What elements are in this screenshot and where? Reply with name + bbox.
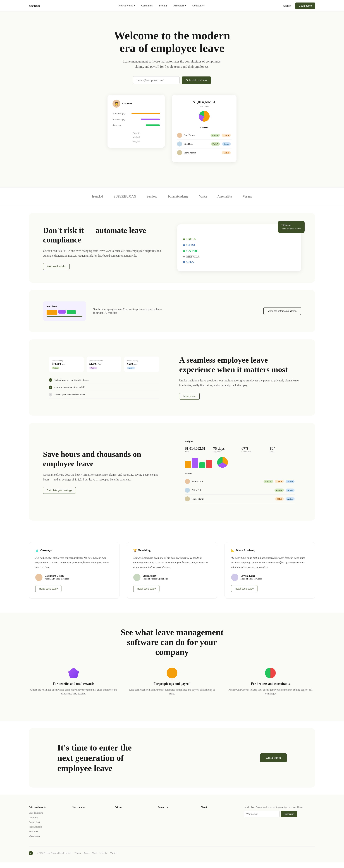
footer-col-title: About <box>201 806 236 809</box>
footer-newsletter: Hundreds of People leaders are getting o… <box>243 806 315 839</box>
logo[interactable]: cocoon <box>29 3 40 8</box>
footer-trust-link[interactable]: Trust <box>92 852 97 855</box>
check-icon-done: ✓ <box>49 385 52 389</box>
footer-link[interactable]: State-level data <box>29 811 64 814</box>
compliance-visual: Hi Kayla, Here are your claims FMLA CFRA… <box>177 224 301 271</box>
use-case-people-ops: For people ops and payroll Lead each wee… <box>127 668 217 696</box>
hero-illustration: 👩 Lila Dose Employer pay Insurance pay S… <box>29 95 315 162</box>
bar <box>67 310 76 314</box>
law-bubbles: FMLA CFRA CA PDL MEFMLA GPLA <box>183 230 295 264</box>
logo-ironclad: Ironclad <box>92 195 103 198</box>
logo-vanta: Vanta <box>199 195 207 198</box>
sun-icon <box>167 668 177 678</box>
chevron-icon: ▾ <box>134 5 135 7</box>
person-name: 👩 Lila Dose <box>113 100 160 107</box>
stat-pct: 67% Claims filed <box>241 446 267 453</box>
logo-arsenalbio: ArsenalBio <box>218 195 232 198</box>
nav-item-pricing[interactable]: Pricing <box>159 4 167 7</box>
calculate-savings-button[interactable]: Calculate your savings <box>43 487 76 494</box>
testimonials-grid: 🧴 Curology I've had several employees ex… <box>29 542 315 599</box>
compliance-section: Don't risk it — automate leave complianc… <box>29 213 315 283</box>
logo-sendoso: Sendoso <box>147 195 157 198</box>
checklist-item: ✓ Confirm the arrival of your child <box>49 384 159 391</box>
testimonial-quote: We don't have to do last minute research… <box>231 556 309 569</box>
footer-link[interactable]: California <box>29 816 64 819</box>
testimonial-card-curology: 🧴 Curology I've had several employees ex… <box>29 542 119 599</box>
newsletter-heading: Hundreds of People leaders are getting o… <box>243 806 315 809</box>
footer-link[interactable]: Massachusetts <box>29 826 64 828</box>
footer-col-how: How it works <box>71 806 108 839</box>
nav-item-customers[interactable]: Customers <box>141 4 153 7</box>
testimonial-person: Crystal Kung Head of Total Rewards <box>231 574 309 581</box>
logo-superhuman: SUPERHUMAN <box>114 195 136 198</box>
hero-left-card: 👩 Lila Dose Employer pay Insurance pay S… <box>108 95 165 148</box>
person-avatar <box>231 574 238 581</box>
get-demo-button[interactable]: Get a demo <box>295 2 315 9</box>
footer-linkedin-link[interactable]: LinkedIn <box>99 852 107 855</box>
use-cases-section: See what leave management software can d… <box>0 613 344 721</box>
footer-col-title: Resources <box>158 806 194 809</box>
company-name: 🧴 Curology <box>35 549 113 552</box>
stat-days: 75 days Avg days <box>213 446 239 453</box>
law-capdl: CA PDL <box>183 249 295 253</box>
read-case-study-button[interactable]: Read case study <box>35 585 61 592</box>
amount-label: Total claims <box>177 105 231 107</box>
testimonials-section: 🧴 Curology I've had several employees ex… <box>0 528 344 613</box>
nav-item-company[interactable]: Company ▾ <box>193 4 204 7</box>
leavees-list: Sara Brown FMLA CFRA Lila Dose FMLA Acti… <box>177 131 231 157</box>
save-text: Save hours and thousands on employee lea… <box>43 450 165 494</box>
hero-heading: Welcome to the modern era of employee le… <box>109 29 235 55</box>
footer: Paid benchmarks State-level data Califor… <box>0 795 344 863</box>
navigation: cocoon How it works ▾ Customers Pricing … <box>0 0 344 11</box>
list-item: Alicia Ali FMLA Active <box>185 486 295 495</box>
footer-terms-link[interactable]: Terms <box>84 852 89 855</box>
save-body: Cocoon's software does the heavy lifting… <box>43 472 165 482</box>
nav-item-resources[interactable]: Resources ▾ <box>173 4 186 7</box>
subscribe-button[interactable]: Subscribe <box>281 811 297 817</box>
schedule-demo-button[interactable]: Schedule a demo <box>182 76 211 84</box>
signin-button[interactable]: Sign in <box>283 4 291 7</box>
pay-card-state: State disability $10,000 /mo Active <box>49 356 84 372</box>
read-case-study-button[interactable]: Read case study <box>231 585 257 592</box>
see-how-button[interactable]: See how it works <box>43 263 69 270</box>
read-case-study-button[interactable]: Read case study <box>133 585 160 592</box>
view-demo-button[interactable]: View the interactive demo <box>263 307 301 315</box>
newsletter-input[interactable] <box>243 811 280 817</box>
testimonial-person: Cassandra Collen Assoc. Dir, Total Rewar… <box>35 574 113 581</box>
nav-item-how-it-works[interactable]: How it works ▾ <box>118 4 135 7</box>
footer-col-pricing: Pricing <box>115 806 150 839</box>
footer-link[interactable]: Washington <box>29 835 64 838</box>
footer-link[interactable]: Connecticut <box>29 821 64 824</box>
footer-col-title: Paid benchmarks <box>29 806 64 809</box>
get-demo-cta-button[interactable]: Get a demo <box>260 753 287 762</box>
avatar <box>177 142 182 147</box>
check-icon-done: ✓ <box>49 378 52 382</box>
leaves-label: Leaves <box>185 472 295 475</box>
footer-link[interactable]: New York <box>29 830 64 833</box>
use-case-brokers: For brokers and consultants Partner with… <box>226 668 315 696</box>
save-layout: Save hours and thousands on employee lea… <box>43 434 301 509</box>
bar-chart <box>185 457 295 468</box>
footer-twitter-link[interactable]: Twitter <box>110 852 116 855</box>
demo-mini-title: Your leave <box>47 305 82 308</box>
compliance-text: Don't risk it — automate leave complianc… <box>43 226 167 270</box>
insights-visual: Insights $1,014,602.51 Total 75 days Avg… <box>179 434 301 509</box>
avatar <box>185 479 190 484</box>
law-mefmla: MEFMLA <box>183 255 295 258</box>
bar <box>47 310 57 315</box>
learn-more-button[interactable]: Learn more <box>179 393 200 400</box>
people-list: Sara Brown FMLA CFRA Active Alicia Ali F… <box>185 477 295 503</box>
list-item: Sara Brown FMLA CFRA Active <box>185 477 295 486</box>
pay-row-insurance: Insurance pay <box>113 116 160 122</box>
footer-bottom-links: Privacy Terms Trust LinkedIn Twitter <box>75 852 116 855</box>
law-gpla: GPLA <box>183 260 295 264</box>
chart-donut <box>199 111 210 122</box>
email-input[interactable] <box>133 76 179 84</box>
pay-bar <box>141 119 160 120</box>
footer-col-resources: Resources <box>158 806 194 839</box>
seamless-body: Unlike traditional leave providers, our … <box>179 378 301 388</box>
use-case-title: For benefits and total rewards <box>29 682 118 686</box>
footer-col-about: About <box>201 806 236 839</box>
hero-form: Schedule a demo <box>29 76 315 84</box>
footer-privacy-link[interactable]: Privacy <box>75 852 81 855</box>
